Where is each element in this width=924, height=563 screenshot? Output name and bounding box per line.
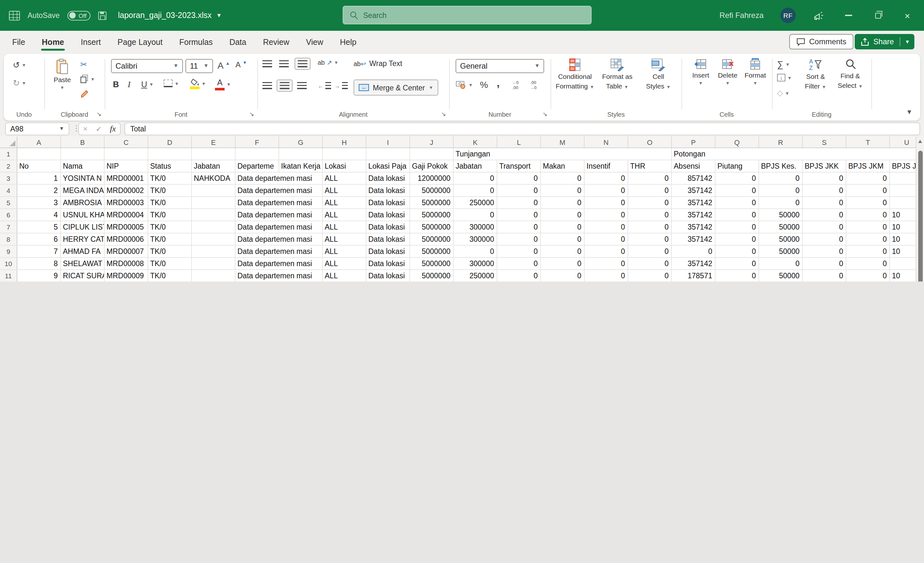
cell[interactable] [192,185,236,196]
cell[interactable]: 2 [17,185,61,196]
cell[interactable]: MRD00004 [105,209,148,220]
clear-button[interactable]: ◇ ▼ [777,88,789,97]
cell[interactable]: 0 [541,185,585,196]
cell[interactable]: 0 [716,258,759,269]
tab-view[interactable]: View [298,31,332,54]
insert-function-icon[interactable]: fx [110,124,116,134]
cell[interactable]: 6 [17,234,61,245]
cell[interactable]: 357142 [672,234,716,245]
percent-style-button[interactable]: % [480,79,488,90]
cell[interactable]: ALL [323,234,366,245]
cell-field-header[interactable]: Status [148,160,192,172]
cell-field-header[interactable]: NIP [105,160,148,172]
format-cells-button[interactable]: Format ▼ [742,58,769,85]
cell[interactable]: 5000000 [410,209,454,220]
cell[interactable]: Data departemen masi [236,197,323,208]
cell[interactable]: 0 [541,246,585,257]
cell[interactable]: 0 [585,172,628,184]
cell[interactable]: SHELAWAT [61,258,105,269]
cell[interactable]: Data departemen masi [236,185,323,196]
cell[interactable]: 0 [497,172,541,184]
cell[interactable]: 1 [17,172,61,184]
cell[interactable]: MRD00009 [105,270,148,282]
row-header-1[interactable]: 1 [0,148,17,160]
column-header-G[interactable]: G [279,136,323,147]
cell[interactable]: Data lokasi [366,270,410,282]
tab-help[interactable]: Help [332,31,364,54]
row-header-6[interactable]: 6 [0,209,17,220]
sort-filter-button[interactable]: A Z Sort & Filter ▼ [800,58,831,91]
decrease-decimal-button[interactable]: .00→0 [530,80,536,90]
cell[interactable]: 0 [585,209,628,220]
tab-page-layout[interactable]: Page Layout [109,31,171,54]
cell[interactable]: 0 [497,270,541,282]
cell-potongan-group[interactable]: Potongan [672,148,924,160]
cancel-icon[interactable]: × [83,124,88,133]
wrap-text-button[interactable]: ab↩ Wrap Text [354,60,402,67]
column-header-H[interactable]: H [323,136,366,147]
cell[interactable]: 0 [497,185,541,196]
shrink-font-button[interactable]: A▼ [236,60,247,69]
cell[interactable] [323,148,366,160]
cell[interactable]: 0 [497,258,541,269]
cell[interactable]: 50000 [759,209,803,220]
font-color-button[interactable]: A ▼ [215,78,231,90]
cell-field-header[interactable]: Piutang [716,160,759,172]
cell-field-header[interactable]: THR [628,160,672,172]
cell[interactable]: TK/0 [148,234,192,245]
chevron-down-icon[interactable]: ▼ [905,39,914,45]
cell[interactable]: MRD00007 [105,246,148,257]
cell[interactable] [279,148,323,160]
cell[interactable]: 50000 [759,246,803,257]
cell[interactable]: 4 [17,209,61,220]
cell[interactable]: MRD00005 [105,221,148,233]
cell[interactable]: 0 [585,270,628,282]
cell-field-header[interactable]: No [17,160,61,172]
cell[interactable]: 5000000 [410,270,454,282]
copy-button[interactable]: ▼ [80,74,95,83]
cell[interactable]: 0 [716,221,759,233]
minimize-button[interactable] [842,9,855,22]
cell[interactable]: Data departemen masi [236,270,323,282]
cell[interactable]: 0 [759,172,803,184]
cell[interactable]: 0 [497,221,541,233]
column-header-S[interactable]: S [803,136,846,147]
cell[interactable] [192,258,236,269]
cell[interactable]: Data lokasi [366,258,410,269]
borders-button[interactable]: ▼ [164,79,179,87]
cell[interactable]: 0 [454,209,497,220]
search-input[interactable]: Search [343,6,592,24]
cell[interactable]: ALL [323,197,366,208]
cell-field-header[interactable]: BPJS JKK [803,160,846,172]
cell[interactable] [366,148,410,160]
column-header-D[interactable]: D [148,136,192,147]
accounting-format-button[interactable]: ▼ [456,80,473,89]
cell[interactable]: 0 [585,221,628,233]
cell[interactable]: 0 [846,258,890,269]
cell[interactable]: 0 [541,234,585,245]
cell[interactable]: Data lokasi [366,234,410,245]
cell[interactable]: 0 [803,185,846,196]
cell-field-header[interactable]: Lokasi [323,160,366,172]
cell[interactable]: 0 [585,185,628,196]
cell[interactable]: 0 [716,270,759,282]
cell[interactable]: ALL [323,185,366,196]
column-header-T[interactable]: T [846,136,890,147]
cell[interactable]: TK/0 [148,221,192,233]
cell[interactable]: 0 [628,197,672,208]
column-header-B[interactable]: B [61,136,105,147]
cell[interactable]: 0 [759,197,803,208]
cell[interactable]: 300000 [454,234,497,245]
column-header-K[interactable]: K [454,136,497,147]
vertical-scrollbar[interactable] [916,136,924,282]
row-header-9[interactable]: 9 [0,246,17,257]
increase-indent-button[interactable]: → [334,82,348,89]
fill-button[interactable]: ↓ ▼ [777,74,792,81]
row-header-5[interactable]: 5 [0,197,17,208]
cell[interactable]: 0 [541,172,585,184]
cell[interactable]: 5000000 [410,258,454,269]
cell[interactable]: 0 [846,197,890,208]
column-header-L[interactable]: L [497,136,541,147]
cell[interactable]: MRD00001 [105,172,148,184]
tab-formulas[interactable]: Formulas [171,31,221,54]
